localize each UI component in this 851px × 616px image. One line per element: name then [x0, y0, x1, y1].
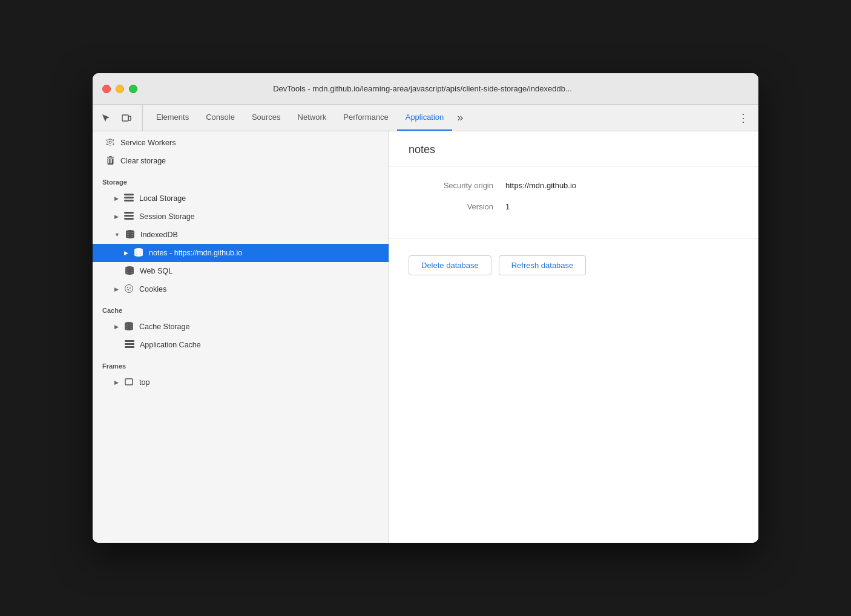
- toolbar-icons: [97, 105, 143, 131]
- gear-icon: [105, 138, 116, 148]
- sidebar-top-items: Service Workers Clear storage: [93, 131, 389, 170]
- svg-rect-3: [124, 197, 134, 198]
- svg-point-16: [126, 289, 127, 289]
- sidebar-item-cookies[interactable]: ▶ Cookies: [93, 280, 389, 298]
- local-storage-label: Local Storage: [139, 194, 379, 203]
- svg-rect-2: [124, 194, 134, 195]
- session-storage-icon: [123, 212, 134, 222]
- cookies-label: Cookies: [139, 285, 379, 293]
- devtools-window: DevTools - mdn.github.io/learning-area/j…: [93, 73, 758, 543]
- tab-elements[interactable]: Elements: [148, 105, 197, 131]
- svg-point-10: [125, 266, 134, 269]
- expand-arrow-icon: ▶: [114, 214, 119, 220]
- cache-storage-icon: [123, 322, 134, 332]
- cursor-icon[interactable]: [97, 110, 114, 126]
- service-workers-label: Service Workers: [120, 139, 379, 147]
- security-origin-value: https://mdn.github.io: [505, 181, 576, 190]
- content-info: Security origin https://mdn.github.io Ve…: [389, 166, 758, 238]
- trash-icon: [105, 156, 116, 166]
- indexeddb-label: IndexedDB: [140, 231, 379, 239]
- tab-network[interactable]: Network: [289, 105, 335, 131]
- version-label: Version: [409, 202, 505, 211]
- titlebar: DevTools - mdn.github.io/learning-area/j…: [93, 73, 758, 105]
- application-cache-label: Application Cache: [140, 341, 379, 349]
- session-storage-label: Session Storage: [139, 212, 379, 221]
- svg-rect-6: [124, 215, 134, 217]
- more-tabs-button[interactable]: »: [452, 105, 468, 131]
- devtools-menu-button[interactable]: ⋮: [733, 105, 754, 131]
- window-title: DevTools - mdn.github.io/learning-area/j…: [96, 84, 749, 93]
- version-row: Version 1: [409, 202, 739, 211]
- expand-arrow-icon: ▼: [114, 232, 120, 238]
- application-cache-icon: [124, 340, 135, 350]
- svg-point-8: [126, 230, 134, 233]
- svg-point-11: [125, 284, 133, 292]
- svg-rect-1: [128, 116, 131, 120]
- local-storage-icon: [123, 194, 134, 204]
- content-title: notes: [409, 143, 435, 156]
- frames-section-label: Frames: [93, 354, 389, 373]
- sidebar-item-session-storage[interactable]: ▶ Session Storage: [93, 208, 389, 226]
- frame-icon: [123, 378, 134, 387]
- notes-db-icon: [133, 248, 144, 258]
- tab-application[interactable]: Application: [397, 105, 453, 131]
- sidebar-item-top-frame[interactable]: ▶ top: [93, 373, 389, 392]
- main-layout: Service Workers Clear storage Storage ▶: [93, 131, 758, 543]
- device-emulation-icon[interactable]: [118, 110, 135, 126]
- cache-section-label: Cache: [93, 298, 389, 318]
- sidebar-item-service-workers[interactable]: Service Workers: [93, 134, 389, 152]
- delete-database-button[interactable]: Delete database: [409, 255, 491, 275]
- security-origin-label: Security origin: [409, 181, 505, 190]
- sidebar-item-notes-db[interactable]: ▶ notes - https://mdn.github.io: [93, 244, 389, 262]
- web-sql-icon: [124, 266, 135, 277]
- svg-point-17: [125, 322, 133, 325]
- svg-rect-21: [125, 379, 133, 385]
- sidebar-item-cache-storage[interactable]: ▶ Cache Storage: [93, 318, 389, 336]
- content-panel: notes Security origin https://mdn.github…: [389, 131, 758, 543]
- svg-point-9: [134, 248, 143, 251]
- svg-point-12: [127, 287, 128, 288]
- top-frame-label: top: [139, 378, 379, 387]
- expand-arrow-icon: ▶: [124, 250, 128, 256]
- tab-sources[interactable]: Sources: [243, 105, 289, 131]
- clear-storage-label: Clear storage: [120, 157, 379, 165]
- svg-rect-20: [125, 346, 134, 348]
- cookies-icon: [123, 284, 134, 295]
- tab-console[interactable]: Console: [197, 105, 243, 131]
- content-header: notes: [389, 131, 758, 166]
- sidebar-item-clear-storage[interactable]: Clear storage: [93, 152, 389, 170]
- svg-rect-7: [124, 218, 134, 220]
- notes-db-label: notes - https://mdn.github.io: [149, 249, 379, 257]
- sidebar-item-web-sql[interactable]: Web SQL: [93, 262, 389, 280]
- svg-rect-4: [124, 200, 134, 202]
- sidebar-item-indexeddb[interactable]: ▼ IndexedDB: [93, 226, 389, 244]
- sidebar-item-application-cache[interactable]: Application Cache: [93, 336, 389, 354]
- content-actions: Delete database Refresh database: [389, 238, 758, 292]
- svg-point-14: [128, 289, 129, 290]
- expand-arrow-icon: ▶: [114, 286, 119, 292]
- refresh-database-button[interactable]: Refresh database: [499, 255, 586, 275]
- web-sql-label: Web SQL: [140, 267, 379, 275]
- svg-point-15: [130, 290, 130, 290]
- svg-point-13: [130, 287, 131, 289]
- tabbar: Elements Console Sources Network Perform…: [93, 105, 758, 131]
- security-origin-row: Security origin https://mdn.github.io: [409, 181, 739, 190]
- svg-rect-0: [122, 115, 128, 121]
- sidebar: Service Workers Clear storage Storage ▶: [93, 131, 389, 543]
- svg-rect-5: [124, 212, 134, 214]
- svg-rect-18: [125, 340, 134, 342]
- version-value: 1: [505, 202, 510, 211]
- indexeddb-icon: [125, 230, 136, 240]
- storage-section-label: Storage: [93, 170, 389, 189]
- svg-rect-19: [125, 343, 134, 345]
- expand-arrow-icon: ▶: [114, 324, 119, 330]
- cache-storage-label: Cache Storage: [139, 323, 379, 331]
- expand-arrow-icon: ▶: [114, 379, 119, 385]
- sidebar-item-local-storage[interactable]: ▶ Local Storage: [93, 189, 389, 208]
- expand-arrow-icon: ▶: [114, 195, 119, 202]
- tab-performance[interactable]: Performance: [335, 105, 396, 131]
